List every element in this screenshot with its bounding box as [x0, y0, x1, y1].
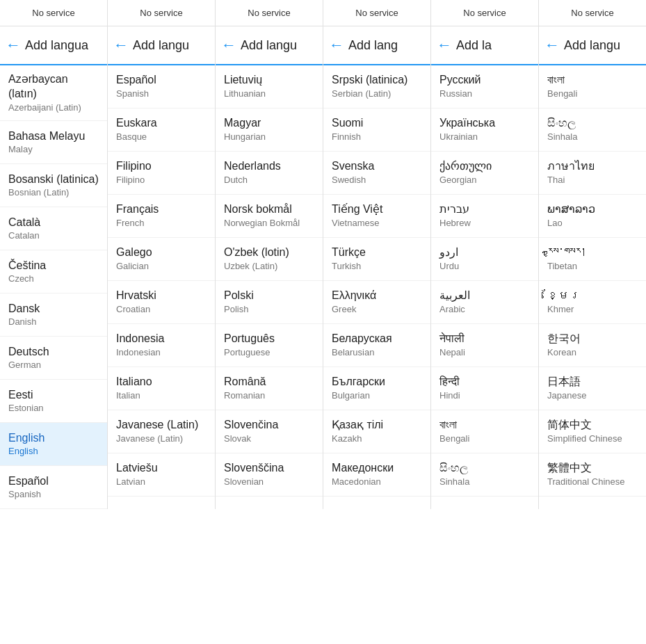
lang-item[interactable]: EestiEstonian	[0, 380, 107, 423]
column-col4: ←Add langSrpski (latinica)Serbian (Latin…	[323, 26, 431, 509]
lang-item[interactable]: TürkçeTurkish	[323, 238, 430, 281]
lang-item[interactable]: CatalàCatalan	[0, 207, 107, 250]
lang-name-en: Filipino	[116, 175, 207, 186]
lang-item[interactable]: SlovenčinaSlovak	[216, 410, 323, 453]
lang-item[interactable]: РусскийRussian	[431, 65, 538, 108]
lang-item[interactable]: SuomiFinnish	[323, 108, 430, 152]
lang-item[interactable]: ພາສາລາວLao	[539, 195, 646, 238]
lang-item[interactable]: Bahasa MelayuMalay	[0, 121, 107, 164]
lang-item[interactable]: Srpski (latinica)Serbian (Latin)	[323, 65, 430, 108]
lang-item[interactable]: EnglishEnglish	[0, 423, 107, 466]
status-bar: No serviceNo serviceNo serviceNo service…	[0, 0, 646, 26]
lang-name-en: Urdu	[439, 261, 530, 273]
lang-item[interactable]: Tiếng ViệtVietnamese	[323, 195, 430, 238]
lang-item[interactable]: বাংলাBengali	[539, 65, 646, 108]
lang-item[interactable]: IndonesiaIndonesian	[108, 324, 215, 367]
lang-list-col6: বাংলাBengaliසිංහලSinhalaภาษาไทยThaiພາສາລ…	[539, 65, 646, 497]
status-segment-4: No service	[431, 0, 539, 26]
lang-item[interactable]: SvenskaSwedish	[323, 152, 430, 195]
lang-item[interactable]: ქართულიGeorgian	[431, 152, 538, 195]
lang-name: Deutsch	[8, 345, 99, 360]
back-arrow-icon[interactable]: ←	[329, 36, 344, 54]
lang-item[interactable]: LatviešuLatvian	[108, 453, 215, 497]
lang-name-en: Bengali	[439, 433, 530, 445]
lang-name: Eesti	[8, 388, 99, 403]
lang-item[interactable]: PolskiPolish	[216, 281, 323, 324]
lang-item[interactable]: DanskDanish	[0, 293, 107, 337]
header-title-col4: Add lang	[348, 38, 398, 53]
lang-item[interactable]: עבריתHebrew	[431, 195, 538, 238]
lang-item[interactable]: EuskaraBasque	[108, 108, 215, 152]
lang-name-en: Slovak	[224, 433, 314, 445]
back-arrow-icon[interactable]: ←	[6, 36, 21, 54]
lang-name-en: Sinhala	[439, 476, 530, 488]
lang-item[interactable]: Қазақ тіліKazakh	[323, 410, 430, 453]
back-arrow-icon[interactable]: ←	[113, 36, 129, 54]
lang-item[interactable]: EspañolSpanish	[0, 466, 107, 509]
lang-item[interactable]: ČeštinaCzech	[0, 250, 107, 293]
lang-name: සිංහල	[547, 116, 638, 131]
lang-item[interactable]: 日本語Japanese	[539, 367, 646, 410]
lang-name: বাংলা	[547, 73, 638, 88]
lang-name: Italiano	[116, 375, 207, 389]
lang-item[interactable]: FrançaisFrench	[108, 195, 215, 238]
lang-item[interactable]: རྒྱས་གསར།Tibetan	[539, 238, 646, 281]
lang-item[interactable]: اردوUrdu	[431, 238, 538, 281]
lang-item[interactable]: RomânăRomanian	[216, 367, 323, 410]
back-arrow-icon[interactable]: ←	[437, 36, 452, 54]
lang-item[interactable]: Javanese (Latin)Javanese (Latin)	[108, 410, 215, 453]
lang-item[interactable]: සිංහලSinhala	[431, 453, 538, 497]
lang-item[interactable]: БългарскиBulgarian	[323, 367, 430, 410]
lang-item[interactable]: বাংলাBengali	[431, 410, 538, 453]
lang-name-en: Basque	[116, 131, 207, 143]
lang-name: नेपाली	[439, 332, 530, 346]
lang-name-en: Catalan	[8, 230, 99, 242]
lang-item[interactable]: नेपालीNepali	[431, 324, 538, 367]
back-arrow-icon[interactable]: ←	[221, 36, 236, 54]
lang-item[interactable]: ItalianoItalian	[108, 367, 215, 410]
lang-item[interactable]: FilipinoFilipino	[108, 152, 215, 195]
lang-item[interactable]: ภาษาไทยThai	[539, 152, 646, 195]
lang-item[interactable]: Azərbaycan (latın)Azerbaijani (Latin)	[0, 65, 107, 121]
lang-item[interactable]: HrvatskiCroatian	[108, 281, 215, 324]
lang-name: Português	[224, 332, 314, 346]
lang-item[interactable]: ΕλληνικάGreek	[323, 281, 430, 324]
lang-item[interactable]: PortuguêsPortuguese	[216, 324, 323, 367]
lang-item[interactable]: العربيةArabic	[431, 281, 538, 324]
lang-name: עברית	[439, 202, 530, 217]
lang-item[interactable]: 한국어Korean	[539, 324, 646, 367]
lang-item[interactable]: 简体中文Simplified Chinese	[539, 410, 646, 453]
lang-name: Galego	[116, 245, 207, 260]
lang-name-en: Kazakh	[332, 433, 422, 445]
lang-name: Български	[332, 375, 422, 389]
lang-item[interactable]: EspañolSpanish	[108, 65, 215, 108]
status-segment-3: No service	[323, 0, 431, 26]
lang-name-en: Dutch	[224, 175, 314, 186]
lang-item[interactable]: GalegoGalician	[108, 238, 215, 281]
lang-item[interactable]: Bosanski (latinica)Bosnian (Latin)	[0, 164, 107, 207]
lang-item[interactable]: हिन्दीHindi	[431, 367, 538, 410]
header-title-col1: Add langua	[25, 38, 88, 53]
lang-name: 日本語	[547, 375, 638, 389]
lang-item[interactable]: සිංහලSinhala	[539, 108, 646, 152]
lang-item[interactable]: МакедонскиMacedonian	[323, 453, 430, 497]
lang-name-en: Russian	[439, 88, 530, 100]
lang-item[interactable]: Norsk bokmålNorwegian Bokmål	[216, 195, 323, 238]
lang-name-en: Uzbek (Latin)	[224, 261, 314, 273]
column-col6: ←Add languবাংলাBengaliසිංහලSinhalaภาษาไท…	[539, 26, 646, 509]
lang-item[interactable]: LietuviųLithuanian	[216, 65, 323, 108]
lang-item[interactable]: DeutschGerman	[0, 337, 107, 380]
back-arrow-icon[interactable]: ←	[544, 36, 560, 54]
lang-name-en: Korean	[547, 347, 638, 359]
lang-item[interactable]: MagyarHungarian	[216, 108, 323, 152]
lang-item[interactable]: O'zbek (lotin)Uzbek (Latin)	[216, 238, 323, 281]
lang-name-en: Greek	[332, 304, 422, 316]
lang-item[interactable]: SlovenščinaSlovenian	[216, 453, 323, 497]
column-header-col4: ←Add lang	[323, 26, 430, 65]
lang-item[interactable]: УкраїнськаUkrainian	[431, 108, 538, 152]
lang-item[interactable]: 繁體中文Traditional Chinese	[539, 453, 646, 497]
lang-item[interactable]: ខ្មែរKhmer	[539, 281, 646, 324]
lang-item[interactable]: БеларускаяBelarusian	[323, 324, 430, 367]
lang-name-en: Norwegian Bokmål	[224, 218, 314, 230]
lang-item[interactable]: NederlandsDutch	[216, 152, 323, 195]
